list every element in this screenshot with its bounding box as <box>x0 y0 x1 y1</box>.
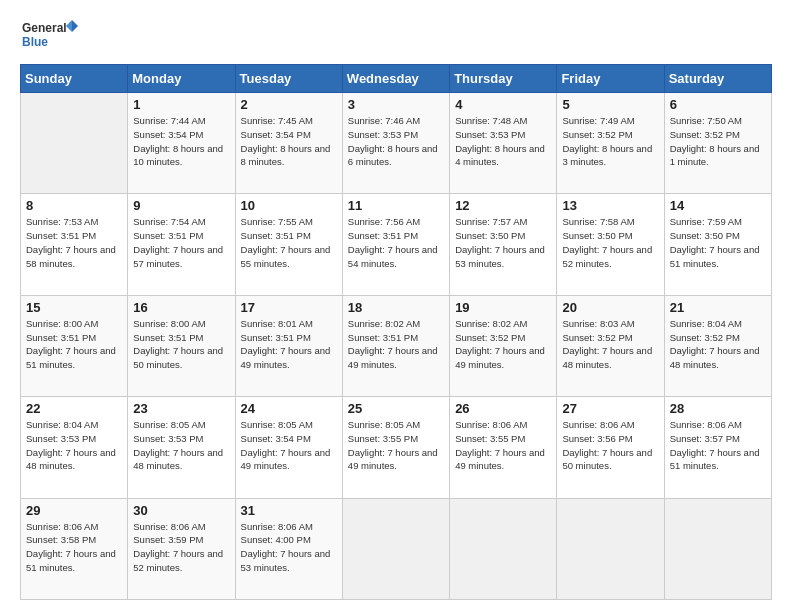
day-info: Sunrise: 7:57 AMSunset: 3:50 PMDaylight:… <box>455 216 545 268</box>
calendar-cell: 10 Sunrise: 7:55 AMSunset: 3:51 PMDaylig… <box>235 194 342 295</box>
day-number: 24 <box>241 401 337 416</box>
day-info: Sunrise: 7:44 AMSunset: 3:54 PMDaylight:… <box>133 115 223 167</box>
day-info: Sunrise: 8:04 AMSunset: 3:53 PMDaylight:… <box>26 419 116 471</box>
calendar-week-3: 15 Sunrise: 8:00 AMSunset: 3:51 PMDaylig… <box>21 295 772 396</box>
logo: General Blue <box>20 16 80 56</box>
calendar-cell: 3 Sunrise: 7:46 AMSunset: 3:53 PMDayligh… <box>342 93 449 194</box>
day-info: Sunrise: 7:45 AMSunset: 3:54 PMDaylight:… <box>241 115 331 167</box>
day-number: 28 <box>670 401 766 416</box>
svg-marker-3 <box>66 20 72 32</box>
day-info: Sunrise: 8:00 AMSunset: 3:51 PMDaylight:… <box>26 318 116 370</box>
day-info: Sunrise: 8:00 AMSunset: 3:51 PMDaylight:… <box>133 318 223 370</box>
day-number: 27 <box>562 401 658 416</box>
calendar-cell: 5 Sunrise: 7:49 AMSunset: 3:52 PMDayligh… <box>557 93 664 194</box>
calendar-cell: 1 Sunrise: 7:44 AMSunset: 3:54 PMDayligh… <box>128 93 235 194</box>
calendar-week-4: 22 Sunrise: 8:04 AMSunset: 3:53 PMDaylig… <box>21 397 772 498</box>
calendar-cell: 31 Sunrise: 8:06 AMSunset: 4:00 PMDaylig… <box>235 498 342 599</box>
calendar-cell: 15 Sunrise: 8:00 AMSunset: 3:51 PMDaylig… <box>21 295 128 396</box>
day-number: 13 <box>562 198 658 213</box>
day-info: Sunrise: 8:06 AMSunset: 4:00 PMDaylight:… <box>241 521 331 573</box>
day-number: 3 <box>348 97 444 112</box>
day-number: 22 <box>26 401 122 416</box>
calendar-cell: 18 Sunrise: 8:02 AMSunset: 3:51 PMDaylig… <box>342 295 449 396</box>
day-info: Sunrise: 8:06 AMSunset: 3:57 PMDaylight:… <box>670 419 760 471</box>
col-header-monday: Monday <box>128 65 235 93</box>
day-number: 26 <box>455 401 551 416</box>
calendar-cell: 6 Sunrise: 7:50 AMSunset: 3:52 PMDayligh… <box>664 93 771 194</box>
day-info: Sunrise: 8:06 AMSunset: 3:58 PMDaylight:… <box>26 521 116 573</box>
calendar-cell: 14 Sunrise: 7:59 AMSunset: 3:50 PMDaylig… <box>664 194 771 295</box>
day-info: Sunrise: 8:01 AMSunset: 3:51 PMDaylight:… <box>241 318 331 370</box>
calendar-cell: 21 Sunrise: 8:04 AMSunset: 3:52 PMDaylig… <box>664 295 771 396</box>
svg-text:Blue: Blue <box>22 35 48 49</box>
calendar-cell <box>342 498 449 599</box>
col-header-tuesday: Tuesday <box>235 65 342 93</box>
day-number: 5 <box>562 97 658 112</box>
day-info: Sunrise: 8:06 AMSunset: 3:59 PMDaylight:… <box>133 521 223 573</box>
day-number: 6 <box>670 97 766 112</box>
calendar-cell: 4 Sunrise: 7:48 AMSunset: 3:53 PMDayligh… <box>450 93 557 194</box>
calendar-cell: 25 Sunrise: 8:05 AMSunset: 3:55 PMDaylig… <box>342 397 449 498</box>
day-number: 31 <box>241 503 337 518</box>
day-info: Sunrise: 7:59 AMSunset: 3:50 PMDaylight:… <box>670 216 760 268</box>
calendar-cell: 13 Sunrise: 7:58 AMSunset: 3:50 PMDaylig… <box>557 194 664 295</box>
calendar-week-1: 1 Sunrise: 7:44 AMSunset: 3:54 PMDayligh… <box>21 93 772 194</box>
col-header-wednesday: Wednesday <box>342 65 449 93</box>
calendar-cell: 29 Sunrise: 8:06 AMSunset: 3:58 PMDaylig… <box>21 498 128 599</box>
calendar-table: SundayMondayTuesdayWednesdayThursdayFrid… <box>20 64 772 600</box>
calendar-cell: 8 Sunrise: 7:53 AMSunset: 3:51 PMDayligh… <box>21 194 128 295</box>
day-number: 12 <box>455 198 551 213</box>
calendar-cell <box>557 498 664 599</box>
day-info: Sunrise: 8:02 AMSunset: 3:51 PMDaylight:… <box>348 318 438 370</box>
day-info: Sunrise: 8:05 AMSunset: 3:55 PMDaylight:… <box>348 419 438 471</box>
day-number: 30 <box>133 503 229 518</box>
calendar-cell: 26 Sunrise: 8:06 AMSunset: 3:55 PMDaylig… <box>450 397 557 498</box>
col-header-thursday: Thursday <box>450 65 557 93</box>
day-info: Sunrise: 8:05 AMSunset: 3:54 PMDaylight:… <box>241 419 331 471</box>
day-info: Sunrise: 7:54 AMSunset: 3:51 PMDaylight:… <box>133 216 223 268</box>
day-number: 20 <box>562 300 658 315</box>
day-number: 4 <box>455 97 551 112</box>
page: General Blue SundayMondayTuesdayWednesda… <box>0 0 792 612</box>
calendar-cell: 28 Sunrise: 8:06 AMSunset: 3:57 PMDaylig… <box>664 397 771 498</box>
calendar-cell: 12 Sunrise: 7:57 AMSunset: 3:50 PMDaylig… <box>450 194 557 295</box>
day-number: 2 <box>241 97 337 112</box>
col-header-saturday: Saturday <box>664 65 771 93</box>
day-info: Sunrise: 8:02 AMSunset: 3:52 PMDaylight:… <box>455 318 545 370</box>
header: General Blue <box>20 16 772 56</box>
day-number: 10 <box>241 198 337 213</box>
col-header-friday: Friday <box>557 65 664 93</box>
day-number: 29 <box>26 503 122 518</box>
calendar-cell: 20 Sunrise: 8:03 AMSunset: 3:52 PMDaylig… <box>557 295 664 396</box>
day-number: 16 <box>133 300 229 315</box>
calendar-week-5: 29 Sunrise: 8:06 AMSunset: 3:58 PMDaylig… <box>21 498 772 599</box>
day-info: Sunrise: 8:05 AMSunset: 3:53 PMDaylight:… <box>133 419 223 471</box>
day-number: 18 <box>348 300 444 315</box>
day-info: Sunrise: 7:58 AMSunset: 3:50 PMDaylight:… <box>562 216 652 268</box>
day-info: Sunrise: 7:55 AMSunset: 3:51 PMDaylight:… <box>241 216 331 268</box>
col-header-sunday: Sunday <box>21 65 128 93</box>
calendar-cell: 23 Sunrise: 8:05 AMSunset: 3:53 PMDaylig… <box>128 397 235 498</box>
day-number: 15 <box>26 300 122 315</box>
svg-text:General: General <box>22 21 67 35</box>
calendar-cell <box>450 498 557 599</box>
calendar-cell: 9 Sunrise: 7:54 AMSunset: 3:51 PMDayligh… <box>128 194 235 295</box>
day-number: 21 <box>670 300 766 315</box>
day-number: 17 <box>241 300 337 315</box>
calendar-cell: 30 Sunrise: 8:06 AMSunset: 3:59 PMDaylig… <box>128 498 235 599</box>
calendar-cell: 16 Sunrise: 8:00 AMSunset: 3:51 PMDaylig… <box>128 295 235 396</box>
day-number: 9 <box>133 198 229 213</box>
day-info: Sunrise: 8:04 AMSunset: 3:52 PMDaylight:… <box>670 318 760 370</box>
svg-marker-2 <box>72 20 78 32</box>
day-number: 23 <box>133 401 229 416</box>
day-info: Sunrise: 8:06 AMSunset: 3:56 PMDaylight:… <box>562 419 652 471</box>
day-info: Sunrise: 7:53 AMSunset: 3:51 PMDaylight:… <box>26 216 116 268</box>
day-number: 19 <box>455 300 551 315</box>
day-info: Sunrise: 8:03 AMSunset: 3:52 PMDaylight:… <box>562 318 652 370</box>
day-number: 25 <box>348 401 444 416</box>
day-info: Sunrise: 7:46 AMSunset: 3:53 PMDaylight:… <box>348 115 438 167</box>
calendar-cell: 22 Sunrise: 8:04 AMSunset: 3:53 PMDaylig… <box>21 397 128 498</box>
calendar-cell: 11 Sunrise: 7:56 AMSunset: 3:51 PMDaylig… <box>342 194 449 295</box>
calendar-cell: 2 Sunrise: 7:45 AMSunset: 3:54 PMDayligh… <box>235 93 342 194</box>
calendar-cell: 24 Sunrise: 8:05 AMSunset: 3:54 PMDaylig… <box>235 397 342 498</box>
